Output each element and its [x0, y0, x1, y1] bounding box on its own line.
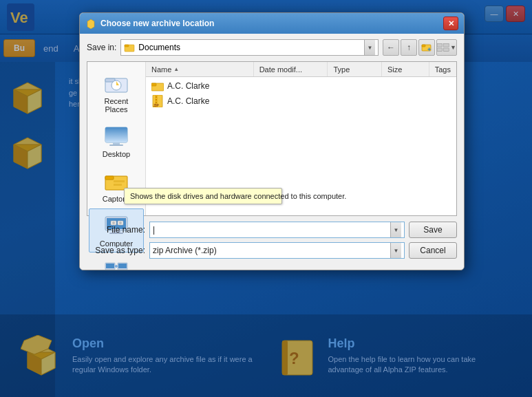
- place-network[interactable]: Network: [89, 253, 144, 270]
- svg-rect-24: [437, 43, 443, 47]
- svg-point-55: [115, 265, 118, 268]
- file-item-name: A.C. Clarke: [167, 81, 209, 91]
- file-items-list: A.C. Clarke ZIP: [146, 77, 456, 110]
- svg-rect-39: [114, 184, 122, 186]
- svg-rect-22: [422, 45, 425, 47]
- save-in-combo-text: Documents: [138, 43, 361, 52]
- back-button[interactable]: ←: [383, 39, 399, 56]
- dialog-close-button[interactable]: ✕: [443, 17, 458, 30]
- svg-rect-38: [114, 180, 125, 182]
- save-as-type-combo[interactable]: zip Archive (*.zip) ▼: [149, 242, 405, 259]
- svg-rect-25: [444, 43, 449, 47]
- save-in-label: Save in:: [87, 43, 116, 52]
- column-type[interactable]: Type: [328, 62, 382, 76]
- svg-rect-65: [156, 99, 157, 100]
- place-recent-places[interactable]: Recent Places: [89, 66, 144, 118]
- dialog-titlebar: Choose new archive location ✕: [80, 13, 464, 34]
- file-name-value: |: [153, 225, 390, 235]
- svg-rect-53: [121, 270, 124, 270]
- file-name-label: File name:: [87, 225, 145, 235]
- file-list-header: Name ▲ Date modif... Type Size Tags: [146, 62, 456, 77]
- desktop-label: Desktop: [103, 150, 130, 158]
- desktop-icon: [103, 124, 130, 149]
- zip-icon: ZIP: [151, 95, 164, 107]
- recent-places-label: Recent Places: [92, 97, 140, 114]
- sort-arrow: ▲: [173, 66, 179, 72]
- svg-rect-35: [109, 144, 123, 146]
- file-save-dialog: Choose new archive location ✕ Save in: D…: [79, 12, 465, 270]
- svg-text:+: +: [427, 46, 431, 53]
- dialog-title-icon: [85, 18, 96, 29]
- svg-rect-37: [105, 176, 114, 180]
- svg-rect-26: [437, 48, 443, 52]
- column-date-modified[interactable]: Date modif...: [254, 62, 328, 76]
- view-icon: [437, 43, 450, 52]
- svg-rect-49: [106, 264, 114, 268]
- svg-rect-27: [444, 48, 449, 52]
- svg-point-45: [112, 222, 115, 224]
- dialog-body: Save in: Documents ▼ ← ↑ +: [80, 34, 464, 270]
- file-name-arrow[interactable]: ▼: [390, 222, 401, 237]
- computer-tooltip: Shows the disk drives and hardware conne…: [124, 188, 282, 204]
- svg-rect-34: [113, 142, 120, 144]
- save-as-type-label: Save as type:: [87, 246, 145, 255]
- save-as-type-arrow[interactable]: ▼: [390, 243, 401, 258]
- svg-rect-52: [118, 264, 127, 268]
- file-item-name: A.C. Clarke: [167, 96, 209, 106]
- file-item[interactable]: A.C. Clarke: [146, 78, 456, 94]
- recent-places-icon: [103, 71, 130, 96]
- column-size[interactable]: Size: [382, 62, 429, 76]
- save-as-type-value: zip Archive (*.zip): [153, 246, 390, 255]
- network-icon: [103, 258, 130, 270]
- svg-point-47: [119, 222, 122, 224]
- save-in-combo[interactable]: Documents ▼: [120, 39, 379, 56]
- save-in-combo-arrow[interactable]: ▼: [364, 40, 375, 55]
- toolbar-buttons: ← ↑ + ▼: [383, 39, 457, 56]
- svg-rect-61: [151, 83, 156, 86]
- place-desktop[interactable]: Desktop: [89, 119, 144, 163]
- svg-rect-50: [109, 270, 111, 270]
- file-item[interactable]: ZIP A.C. Clarke: [146, 94, 456, 109]
- file-name-input[interactable]: | ▼: [149, 222, 405, 238]
- new-folder-icon: +: [421, 42, 432, 53]
- svg-marker-18: [87, 19, 94, 29]
- save-button[interactable]: Save: [409, 222, 457, 238]
- save-in-row: Save in: Documents ▼ ← ↑ +: [87, 39, 457, 56]
- svg-rect-33: [105, 127, 127, 142]
- column-name[interactable]: Name ▲: [146, 62, 254, 76]
- cancel-button[interactable]: Cancel: [409, 242, 457, 259]
- column-tags[interactable]: Tags: [429, 62, 456, 76]
- svg-rect-20: [125, 45, 129, 47]
- dialog-title-text: Choose new archive location: [100, 19, 443, 28]
- up-button[interactable]: ↑: [401, 39, 417, 56]
- svg-text:ZIP: ZIP: [153, 103, 159, 107]
- new-folder-button[interactable]: +: [418, 39, 435, 56]
- svg-rect-64: [156, 96, 157, 98]
- save-in-folder-icon: [124, 42, 135, 53]
- folder-icon: [151, 80, 164, 92]
- view-button[interactable]: ▼: [436, 39, 457, 56]
